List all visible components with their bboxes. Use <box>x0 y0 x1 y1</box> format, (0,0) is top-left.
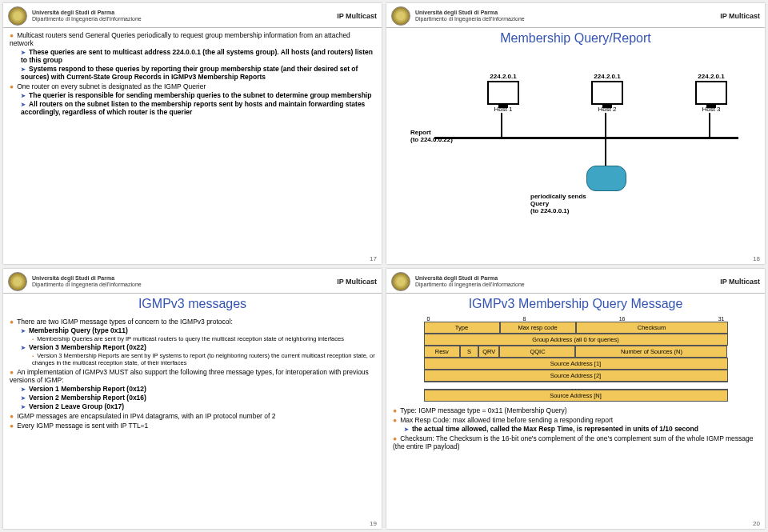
bullet: Type: IGMP message type = 0x11 (Membersh… <box>393 406 758 414</box>
slide-17: Università degli Studi di Parma Dipartim… <box>3 3 382 264</box>
bullet: Max Resp Code: max allowed time before s… <box>393 416 758 424</box>
field-ellipsis: . . . <box>424 382 728 390</box>
uni-name: Università degli Studi di Parma <box>32 275 142 282</box>
course-title: IP Multicast <box>337 12 377 20</box>
uni-name: Università degli Studi di Parma <box>415 10 525 16</box>
slide-header: Università degli Studi di Parma Dipartim… <box>3 3 382 28</box>
crest-icon <box>8 6 27 26</box>
sub-bullet: Membership Query (type 0x11) <box>21 326 375 334</box>
field-qqic: QQIC <box>499 346 575 358</box>
field-qrv: QRV <box>478 346 500 358</box>
slide-title: Membership Query/Report <box>386 31 765 46</box>
uni-name: Università degli Studi di Parma <box>415 275 525 282</box>
slide-18: Università degli Studi di Parma Dipartim… <box>386 3 765 264</box>
slide-header: Università degli Studi di Parma Dipartim… <box>386 3 765 28</box>
slide-title: IGMPv3 Membership Query Message <box>386 297 765 311</box>
field-s: S <box>460 346 478 358</box>
page-number: 18 <box>753 255 760 262</box>
monitor-icon <box>487 81 519 105</box>
page-number: 19 <box>370 520 377 527</box>
network-diagram: 224.2.0.1 Host 1 224.2.0.1 Host 2 224.2.… <box>386 49 765 225</box>
dept-name: Dipartimento di Ingegneria dell'Informaz… <box>415 282 525 288</box>
uni-name: Università degli Studi di Parma <box>32 10 142 16</box>
field-resv: Resv <box>424 346 461 358</box>
message-format-table: 0 8 16 31 Type Max resp code Checksum Gr… <box>424 316 728 402</box>
crest-icon <box>391 272 410 291</box>
sub-bullet: All routers on the subnet listen to the … <box>21 100 375 116</box>
bullet: There are two IGMP message types of conc… <box>10 318 375 326</box>
course-title: IP Multicast <box>337 278 377 286</box>
monitor-icon <box>695 81 727 105</box>
host-2: 224.2.0.1 Host 2 <box>586 73 628 113</box>
slide-20: Università degli Studi di Parma Dipartim… <box>386 269 765 530</box>
field-groupaddr: Group Address (all 0 for queries) <box>424 334 728 346</box>
sub-bullet: The querier is responsible for sending m… <box>21 91 375 99</box>
report-label: Report(to 224.0.0.22) <box>410 129 453 143</box>
field-src2: Source Address [2] <box>424 370 728 382</box>
bullet: IGMP messages are encapsulated in IPv4 d… <box>10 412 375 420</box>
bullet: One router on every subnet is designated… <box>10 82 375 90</box>
sub-bullet: Systems respond to these queries by repo… <box>21 65 375 81</box>
course-title: IP Multicast <box>720 12 760 20</box>
sub2-bullet: Membership Queries are sent by IP multic… <box>32 335 375 342</box>
sub-bullet: These queries are sent to multicast addr… <box>21 48 375 64</box>
slide-19: Università degli Studi di Parma Dipartim… <box>3 269 382 530</box>
crest-icon <box>391 6 410 26</box>
dept-name: Dipartimento di Ingegneria dell'Informaz… <box>415 16 525 22</box>
sub-bullet: Version 2 Leave Group (0x17) <box>21 402 375 410</box>
bullet: Multicast routers send General Queries p… <box>10 31 375 47</box>
bullet: An implementation of IGMPv3 MUST also su… <box>10 368 375 384</box>
dept-name: Dipartimento di Ingegneria dell'Informaz… <box>32 16 142 22</box>
field-srcN: Source Address [N] <box>424 390 728 402</box>
field-numsrc: Number of Sources (N) <box>575 346 727 358</box>
page-number: 20 <box>753 520 760 527</box>
slide-title: IGMPv3 messages <box>3 297 382 311</box>
course-title: IP Multicast <box>720 278 760 286</box>
router-icon <box>586 166 626 191</box>
sub-bullet: Version 1 Membership Report (0x12) <box>21 385 375 393</box>
field-checksum: Checksum <box>576 322 728 334</box>
page-number: 17 <box>370 255 377 262</box>
field-src1: Source Address [1] <box>424 358 728 370</box>
slide-header: Università degli Studi di Parma Dipartim… <box>386 269 765 294</box>
monitor-icon <box>591 81 623 105</box>
dept-name: Dipartimento di Ingegneria dell'Informaz… <box>32 282 142 288</box>
host-3: 224.2.0.1 Host 3 <box>690 73 732 113</box>
bullet: Every IGMP message is sent with IP TTL=1 <box>10 422 375 430</box>
bullet: Checksum: The Checksum is the 16-bit one… <box>393 434 758 450</box>
field-maxresp: Max resp code <box>500 322 576 334</box>
crest-icon <box>8 272 27 291</box>
field-type: Type <box>424 322 500 334</box>
sub2-bullet: Version 3 Membership Reports are sent by… <box>32 352 375 366</box>
net-line <box>434 137 738 139</box>
query-label: periodically sends Query (to 224.0.0.1) <box>530 193 586 214</box>
host-1: 224.2.0.1 Host 1 <box>482 73 524 113</box>
sub-bullet: the actual time allowed, called the Max … <box>404 425 758 433</box>
sub-bullet: Version 3 Membership Report (0x22) <box>21 343 375 351</box>
slide-header: Università degli Studi di Parma Dipartim… <box>3 269 382 294</box>
sub-bullet: Version 2 Membership Report (0x16) <box>21 394 375 402</box>
